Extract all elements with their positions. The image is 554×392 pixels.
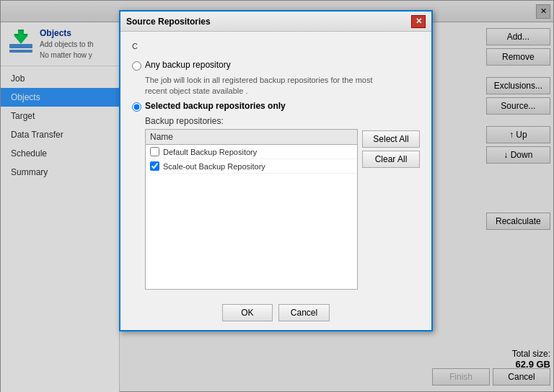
any-repo-option[interactable]: Any backup repository — [132, 60, 420, 71]
select-all-button[interactable]: Select All — [362, 130, 420, 148]
selected-repo-option[interactable]: Selected backup repositories only — [132, 101, 420, 112]
repos-table-header: Name — [146, 130, 357, 145]
repo1-label[interactable]: Default Backup Repository — [163, 148, 257, 156]
any-repo-radio[interactable] — [132, 61, 141, 71]
modal-footer: OK Cancel — [120, 298, 431, 330]
repo1-checkbox[interactable] — [150, 147, 159, 156]
modal-close-button[interactable]: ✕ — [411, 15, 426, 28]
modal-intro-text: C — [132, 40, 420, 53]
any-repo-label[interactable]: Any backup repository — [145, 60, 231, 70]
table-row[interactable]: Scale-out Backup Repository — [146, 159, 357, 174]
any-repo-sublabel: The job will look in all registered back… — [145, 75, 420, 97]
source-repositories-dialog: Source Repositories ✕ C Any backup repos… — [119, 10, 433, 331]
empty-table-space — [146, 174, 357, 289]
modal-body: C Any backup repository The job will loo… — [120, 32, 431, 298]
cancel-dialog-button[interactable]: Cancel — [278, 304, 330, 321]
selected-repo-label[interactable]: Selected backup repositories only — [145, 101, 286, 111]
repos-section: Name Default Backup Repository Scale-out… — [145, 129, 420, 290]
repo2-checkbox[interactable] — [150, 161, 159, 171]
clear-all-button[interactable]: Clear All — [362, 151, 420, 168]
table-row[interactable]: Default Backup Repository — [146, 145, 357, 159]
repos-side-buttons: Select All Clear All — [362, 129, 420, 290]
modal-titlebar: Source Repositories ✕ — [120, 12, 431, 32]
selected-repo-radio[interactable] — [132, 102, 141, 112]
backup-repos-label: Backup repositories: — [145, 116, 420, 126]
modal-title: Source Repositories — [126, 17, 211, 27]
ok-button[interactable]: OK — [222, 304, 273, 321]
repo2-label[interactable]: Scale-out Backup Repository — [163, 162, 265, 171]
repos-table: Name Default Backup Repository Scale-out… — [145, 129, 358, 290]
